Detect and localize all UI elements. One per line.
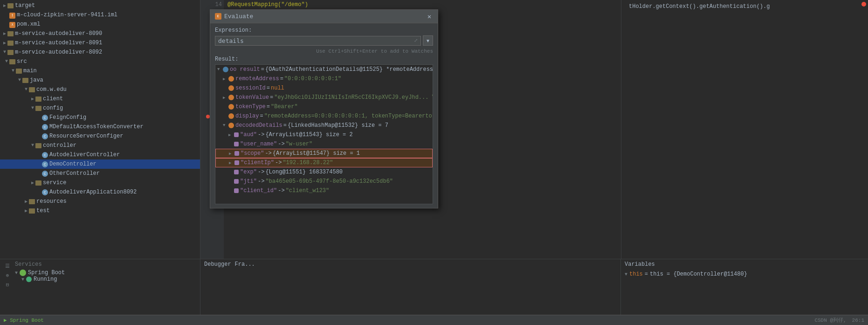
rt-key: "aud" — [240, 131, 257, 138]
folder-shape — [29, 199, 35, 204]
folder-icon — [29, 86, 36, 93]
rt-icon — [228, 113, 234, 119]
tree-item-client[interactable]: client — [0, 94, 200, 104]
result-tree-item-13[interactable]: "client_id" -> "client_w123" — [215, 186, 433, 195]
expand-icon[interactable]: ⤢ — [414, 38, 418, 43]
csdn-label: CSDN @列仔, — [814, 317, 846, 324]
tree-item-config[interactable]: config — [0, 104, 200, 113]
tree-item-MDefaultAccessTokenConverter[interactable]: CMDefaultAccessTokenConverter — [0, 122, 200, 131]
result-tree-item-0[interactable]: oo result = {OAuth2AuthenticationDetails… — [215, 65, 433, 74]
tree-arrow — [10, 68, 16, 74]
result-tree-item-11[interactable]: "exp" -> {Long@11551} 1683374580 — [215, 167, 433, 177]
right-code-line: tHolder.getContext().getAuthentication()… — [625, 2, 864, 11]
tree-item-label: test — [36, 207, 50, 214]
tree-arrow — [30, 105, 35, 111]
tree-item-AutodeliverApplication8092[interactable]: CAutodeliverApplication8092 — [0, 187, 200, 197]
tree-arrow — [36, 124, 42, 130]
result-tree-item-2[interactable]: sessionId = null — [215, 83, 433, 93]
result-tree-item-12[interactable]: "jti" -> "ba465e05-69b5-497f-8e50-a9c132… — [215, 177, 433, 186]
tree-item-pom-xml[interactable]: Xpom.xml — [0, 20, 200, 29]
tree-item-AutodeliverController[interactable]: CAutodeliverController — [0, 150, 200, 159]
result-tree-item-6[interactable]: decodedDetails = {LinkedHashMap@11532} s… — [215, 121, 433, 130]
spring-boot-label: Spring Boot — [28, 270, 65, 276]
result-tree-item-7[interactable]: "aud" -> {ArrayList@11543} size = 2 — [215, 130, 433, 139]
java-class-icon: C — [42, 114, 49, 121]
tree-item-service[interactable]: service — [0, 178, 200, 187]
tree-arrow — [30, 180, 35, 186]
rt-eq: = — [267, 104, 270, 110]
running-item[interactable]: ▼ Running — [15, 276, 196, 283]
tree-item-label: MDefaultAccessTokenConverter — [49, 124, 144, 130]
rt-val: null — [271, 85, 284, 91]
rt-icon — [228, 123, 234, 128]
result-tree-item-1[interactable]: remoteAddress = "0:0:0:0:0:0:0:1" — [215, 74, 433, 83]
folder-icon — [35, 105, 43, 112]
evaluate-title-text: Evaluate — [224, 13, 253, 20]
tree-item-label: m-service-autodeliver-8091 — [15, 40, 102, 46]
file-tree-sidebar: targetIm-cloud-zipkin-server-9411.imlXpo… — [0, 0, 200, 259]
tree-item-FeignConfig[interactable]: CFeignConfig — [0, 113, 200, 122]
tree-arrow — [36, 152, 42, 158]
xml-file-icon: X — [9, 21, 17, 28]
add-service-icon[interactable]: ⊕ — [4, 271, 11, 279]
expression-input-container[interactable]: ⤢ — [215, 36, 421, 46]
main-layout: targetIm-cloud-zipkin-server-9411.imlXpo… — [0, 0, 868, 325]
tree-item-OtherController[interactable]: COtherController — [0, 169, 200, 178]
folder-icon — [35, 180, 43, 187]
expression-dropdown-btn[interactable]: ▼ — [423, 35, 433, 46]
tab-debugger[interactable]: Debugger — [204, 261, 231, 268]
tree-item-label: FeignConfig — [49, 114, 86, 121]
running-arrow: ▼ — [21, 277, 24, 282]
code-line-14[interactable]: @RequestMapping("/demo") — [224, 0, 621, 9]
rt-eq: = — [283, 122, 287, 129]
rt-icon — [234, 142, 239, 146]
line-col-label: 26:1 — [852, 318, 864, 323]
rt-eq: -> — [278, 141, 284, 147]
rt-icon — [228, 95, 234, 100]
close-dot[interactable] — [861, 2, 866, 7]
result-tree-item-10[interactable]: "clientIp" -> "192.168.28.22" — [215, 158, 433, 167]
result-tree-item-8[interactable]: "user_name" -> "w-user" — [215, 139, 433, 149]
result-tree-item-9[interactable]: "scope" -> {ArrayList@11547} size = 1 — [215, 149, 433, 158]
rt-arrow — [223, 123, 228, 128]
tree-item-m-service-autodeliver-8090[interactable]: m-service-autodeliver-8090 — [0, 29, 200, 38]
spring-boot-item[interactable]: ▼ Spring Boot — [15, 270, 196, 276]
tree-item-controller[interactable]: controller — [0, 141, 200, 150]
tree-item-m-service-autodeliver-8092[interactable]: m-service-autodeliver-8092 — [0, 48, 200, 57]
tree-item-label: m-service-autodeliver-8090 — [15, 30, 102, 37]
tree-item-target[interactable]: target — [0, 1, 200, 10]
folder-icon — [16, 68, 23, 75]
rt-icon — [234, 132, 239, 137]
tree-item-com-w-edu[interactable]: com.w.edu — [0, 85, 200, 94]
rt-icon — [228, 85, 234, 91]
tree-item-resources[interactable]: resources — [0, 197, 200, 206]
result-tree-item-3[interactable]: tokenValue = "eyJhbGciOiJIUzI1NiIsInR5cC… — [215, 93, 433, 102]
result-tree[interactable]: oo result = {OAuth2AuthenticationDetails… — [215, 64, 433, 204]
filter-icon[interactable]: ⊟ — [4, 281, 11, 288]
bottom-bar: ☰ ⊕ ⊟ Services ▼ Spring Boot ▼ Running — [0, 259, 868, 315]
expression-input[interactable] — [218, 37, 414, 44]
rt-arrow — [217, 67, 223, 72]
tree-item-ResourceServerConfiger[interactable]: CResourceServerConfiger — [0, 131, 200, 141]
tree-item-label: AutodeliverApplication8092 — [49, 189, 137, 195]
folder-shape — [7, 3, 14, 8]
iml-file-icon: I — [9, 12, 17, 19]
tree-item-DemoController[interactable]: CDemoController — [0, 159, 200, 169]
tree-item-java[interactable]: java — [0, 76, 200, 85]
result-tree-item-5[interactable]: display = "remoteAddress=0:0:0:0:0:0:0:1… — [215, 111, 433, 121]
services-header: Services — [15, 261, 196, 268]
dialog-close-button[interactable]: ✕ — [426, 13, 433, 20]
tree-item-main[interactable]: main — [0, 66, 200, 76]
java-class-icon: C — [42, 124, 49, 130]
dialog-body: Expression: ⤢ ▼ Use Ctrl+Shift+Enter to … — [210, 23, 438, 208]
tree-item-m-service-autodeliver-8091[interactable]: m-service-autodeliver-8091 — [0, 38, 200, 48]
folder-shape — [7, 50, 14, 55]
services-icon[interactable]: ☰ — [4, 262, 11, 270]
tree-item-m-cloud-zipkin-iml[interactable]: Im-cloud-zipkin-server-9411.iml — [0, 10, 200, 20]
tree-item-label: target — [15, 2, 35, 9]
result-tree-item-4[interactable]: tokenType = "Bearer" — [215, 102, 433, 111]
tree-item-src[interactable]: src — [0, 57, 200, 66]
rt-val: {ArrayList@11543} size = 2 — [265, 131, 352, 138]
expression-row: ⤢ ▼ — [215, 35, 433, 46]
tree-item-test[interactable]: test — [0, 206, 200, 215]
